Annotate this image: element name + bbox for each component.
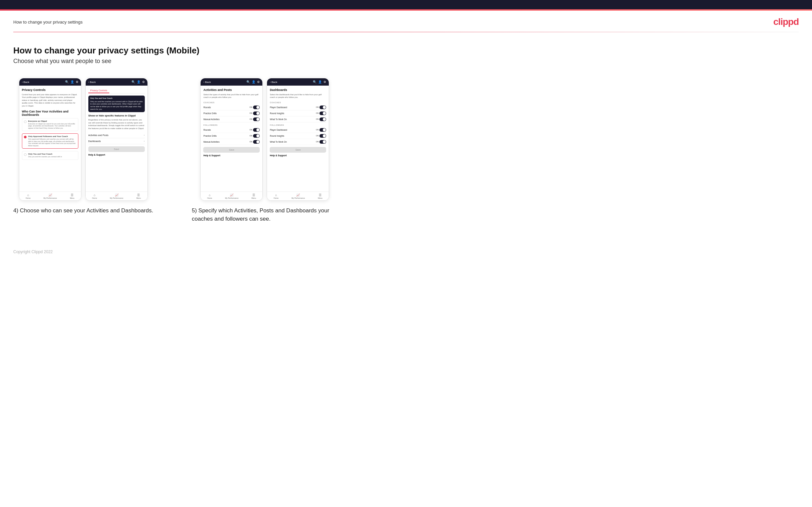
search-icon[interactable]: 🔍	[65, 80, 69, 83]
profile-icon[interactable]: 👤	[70, 80, 74, 83]
option-everyone[interactable]: Everyone on Clippd Everyone on Clippd ca…	[22, 118, 79, 131]
toggle-followers-round-insights-switch[interactable]	[319, 134, 326, 138]
help-support-4: Help & Support	[270, 154, 326, 157]
toggle-coaches-drills: Practice Drills ON	[203, 111, 260, 116]
bottom-nav-menu-4[interactable]: ☰ Menu	[318, 193, 322, 199]
chevron-activities: ›	[144, 134, 145, 137]
toggle-followers-drills: Practice Drills ON	[203, 133, 260, 139]
screenshots-row: ‹ Back 🔍 👤 ⚙ Privacy Controls Control ho…	[13, 78, 799, 223]
bottom-nav-menu-3[interactable]: ☰ Menu	[251, 193, 256, 199]
option-everyone-desc: Everyone on Clippd can search for you an…	[28, 123, 77, 129]
toggle-coaches-player-dash-switch[interactable]	[319, 106, 326, 109]
toggle-coaches-player-dash: Player Dashboard ON	[270, 105, 326, 111]
toggle-coaches-drills-switch[interactable]	[253, 111, 260, 115]
phone-back-button-1[interactable]: ‹ Back	[22, 80, 29, 83]
bottom-nav-perf-3[interactable]: 📈 My Performance	[225, 193, 239, 199]
option-approved-desc: Only approved followers and coaches you …	[28, 138, 77, 147]
phone-nav-icons-4: 🔍 👤 ⚙	[313, 80, 326, 83]
followers-label-4: FOLLOWERS	[270, 124, 326, 126]
menu-activities-posts[interactable]: Activities and Posts ›	[88, 132, 145, 138]
settings-icon-2[interactable]: ⚙	[142, 80, 145, 83]
breadcrumb: How to change your privacy settings	[13, 19, 83, 24]
toggle-coaches-what-to-work-switch[interactable]	[319, 117, 326, 121]
toggle-coaches-round-insights-switch[interactable]	[319, 111, 326, 115]
phone-content-3: Activities and Posts Select the types of…	[201, 86, 262, 191]
tab-bar-2: Privacy Controls	[88, 88, 145, 94]
copyright: Copyright Clippd 2022	[13, 249, 53, 254]
caption-1: 4) Choose who can see your Activities an…	[13, 207, 153, 215]
phone-bottom-nav-3: ⌂ Home 📈 My Performance ☰ Menu	[201, 191, 262, 201]
toggle-coaches-what-to-work: What To Work On ON	[270, 116, 326, 122]
bottom-nav-perf-2[interactable]: 📈 My Performance	[110, 193, 123, 199]
phone-nav-icons-2: 🔍 👤 ⚙	[132, 80, 145, 83]
toggle-followers-what-to-work-switch[interactable]	[319, 140, 326, 144]
phone-screen-1: ‹ Back 🔍 👤 ⚙ Privacy Controls Control ho…	[19, 78, 81, 201]
toggle-followers-drills-switch[interactable]	[253, 134, 260, 138]
phone-back-button-4[interactable]: ‹ Back	[270, 80, 277, 83]
phone-back-button-2[interactable]: ‹ Back	[88, 80, 96, 83]
perf-icon-3: 📈	[230, 193, 234, 197]
profile-icon-2[interactable]: 👤	[137, 80, 141, 83]
bottom-nav-menu-2[interactable]: ☰ Menu	[136, 193, 141, 199]
toggle-followers-rounds-switch[interactable]	[253, 128, 260, 132]
coaches-label-4: COACHES	[270, 102, 326, 104]
save-button-2[interactable]: Save	[88, 146, 145, 152]
bottom-nav-home-1[interactable]: ⌂ Home	[26, 193, 31, 199]
bottom-nav-menu-1[interactable]: ☰ Menu	[70, 193, 74, 199]
followers-label-3: FOLLOWERS	[203, 124, 260, 126]
toggle-followers-rounds: Rounds ON	[203, 127, 260, 133]
toggle-followers-round-insights: Round Insights ON	[270, 133, 326, 139]
phone-bottom-nav-2: ⌂ Home 📈 My Performance ☰ Menu	[86, 191, 147, 201]
option-approved-followers[interactable]: Only Approved Followers and Your Coach O…	[22, 133, 79, 149]
save-button-4[interactable]: Save	[270, 147, 326, 153]
toggle-coaches-manual: Manual Activities ON	[203, 116, 260, 122]
profile-icon-4[interactable]: 👤	[318, 80, 322, 83]
bottom-nav-home-3[interactable]: ⌂ Home	[207, 193, 212, 199]
radio-everyone[interactable]	[24, 120, 27, 123]
toggle-followers-what-to-work: What To Work On ON	[270, 139, 326, 145]
privacy-controls-title: Privacy Controls	[22, 88, 79, 92]
settings-icon-4[interactable]: ⚙	[323, 80, 326, 83]
header: How to change your privacy settings clip…	[0, 11, 812, 32]
phone-screen-2: ‹ Back 🔍 👤 ⚙ Privacy Controls	[85, 78, 148, 201]
menu-icon-1: ☰	[71, 193, 73, 197]
radio-approved[interactable]	[24, 136, 27, 138]
caption-2: 5) Specify which Activities, Posts and D…	[192, 207, 338, 223]
option-only-you[interactable]: Only You and Your Coach Only you and the…	[22, 151, 79, 160]
footer: Copyright Clippd 2022	[0, 243, 812, 261]
home-icon-1: ⌂	[27, 193, 29, 197]
toggle-followers-manual-switch[interactable]	[253, 140, 260, 144]
bottom-nav-home-2[interactable]: ⌂ Home	[92, 193, 97, 199]
phone-nav-icons-1: 🔍 👤 ⚙	[65, 80, 79, 83]
top-bar	[0, 0, 812, 11]
screenshot-pair-2: ‹ Back 🔍 👤 ⚙ Activities and Posts Select…	[200, 78, 329, 201]
toggle-followers-manual: Manual Activities ON	[203, 139, 260, 145]
tab-privacy-controls[interactable]: Privacy Controls	[88, 88, 109, 93]
menu-icon-2: ☰	[137, 193, 140, 197]
toggle-coaches-manual-switch[interactable]	[253, 117, 260, 121]
toggle-followers-player-dash-switch[interactable]	[319, 128, 326, 132]
who-can-see-heading: Who Can See Your Activities and Dashboar…	[22, 110, 79, 116]
menu-dashboards[interactable]: Dashboards ›	[88, 138, 145, 144]
bottom-nav-perf-4[interactable]: 📈 My Performance	[292, 193, 305, 199]
main-content: How to change your privacy settings (Mob…	[0, 32, 812, 243]
settings-icon[interactable]: ⚙	[76, 80, 79, 83]
settings-icon-3[interactable]: ⚙	[257, 80, 260, 83]
privacy-controls-body: Control how you and your data appears to…	[22, 93, 79, 107]
phone-nav-icons-3: 🔍 👤 ⚙	[246, 80, 260, 83]
search-icon-4[interactable]: 🔍	[313, 80, 316, 83]
radio-only-you[interactable]	[24, 153, 27, 156]
search-icon-3[interactable]: 🔍	[246, 80, 250, 83]
search-icon-2[interactable]: 🔍	[132, 80, 135, 83]
toggle-coaches-rounds-switch[interactable]	[253, 106, 260, 109]
save-button-3[interactable]: Save	[203, 147, 260, 153]
option-only-you-desc: Only you and the coaches you connect wit…	[28, 156, 62, 158]
toggle-coaches-rounds: Rounds ON	[203, 105, 260, 111]
bottom-nav-home-4[interactable]: ⌂ Home	[274, 193, 278, 199]
profile-icon-3[interactable]: 👤	[252, 80, 255, 83]
perf-icon-1: 📈	[49, 193, 52, 197]
bottom-nav-perf-1[interactable]: 📈 My Performance	[44, 193, 57, 199]
menu-icon-3: ☰	[252, 193, 255, 197]
phone-nav-1: ‹ Back 🔍 👤 ⚙	[19, 78, 81, 86]
phone-back-button-3[interactable]: ‹ Back	[203, 80, 211, 83]
